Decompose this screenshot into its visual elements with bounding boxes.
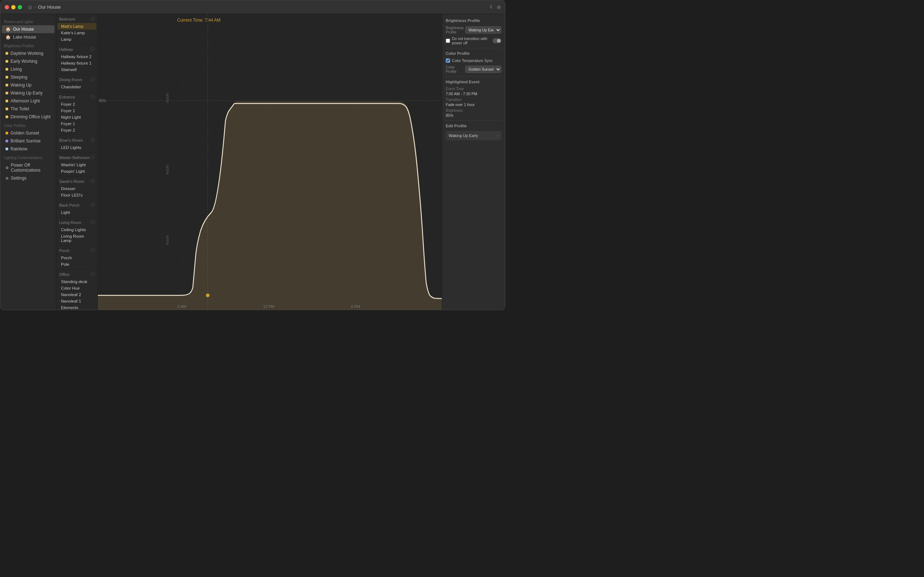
- profile-dot: [5, 84, 8, 87]
- room-info-icon[interactable]: ⓘ: [90, 220, 95, 225]
- sidebar-item-golden-sunset[interactable]: Golden Sunset: [2, 129, 55, 137]
- color-temp-sync-row: Color Temperature Sync: [446, 58, 501, 63]
- sidebar-item-power-off[interactable]: ⚙ Power Off Customizations: [2, 161, 55, 174]
- room-item-matts-lamp[interactable]: Matt's Lamp: [57, 23, 96, 29]
- minimize-button[interactable]: [11, 5, 16, 10]
- sidebar-item-daytime-working[interactable]: Daytime Working: [2, 49, 55, 57]
- room-item-foyer1a[interactable]: Foyer 1: [57, 108, 96, 114]
- edit-profile-label: Waking Up Early: [449, 134, 478, 138]
- room-item-foyer2b[interactable]: Foyer 2: [57, 127, 96, 134]
- room-item-porch-light[interactable]: Porch: [57, 255, 96, 261]
- chart-icon[interactable]: ⠿: [489, 5, 493, 10]
- room-name-sarahs: Sarah's Room: [59, 179, 84, 184]
- sidebar-item-living[interactable]: Living: [2, 65, 55, 73]
- chevron-right-icon: ›: [497, 133, 498, 138]
- room-item-floor-leds[interactable]: Floor LED's: [57, 192, 96, 198]
- sidebar-item-lake-house[interactable]: 🏠 Lake House: [2, 33, 55, 41]
- sidebar-item-dimming-office-light[interactable]: Dimming Office Light: [2, 113, 55, 121]
- room-info-icon[interactable]: ⓘ: [90, 202, 95, 208]
- sidebar-item-label: Living: [10, 67, 22, 72]
- sidebar-item-sleeping[interactable]: Sleeping: [2, 73, 55, 81]
- sidebar-item-the-toilet[interactable]: The Toilet: [2, 105, 55, 113]
- room-info-icon[interactable]: ⓘ: [90, 16, 95, 22]
- event-time-value: 7:00 AM - 7:30 PM: [446, 92, 501, 96]
- brightness-profile-select[interactable]: Waking Up Early: [465, 26, 501, 34]
- layout-icon[interactable]: ⊞: [497, 5, 501, 10]
- color-temp-sync-checkbox[interactable]: [446, 58, 450, 63]
- room-item-chandelier[interactable]: Chandelier: [57, 84, 96, 90]
- svg-text:12 PM: 12 PM: [263, 305, 274, 309]
- svg-text:NOON: NOON: [166, 165, 170, 174]
- sidebar-item-early-working[interactable]: Early Working: [2, 57, 55, 65]
- room-name-office: Office: [59, 272, 69, 277]
- room-item-dresser[interactable]: Dresser: [57, 185, 96, 192]
- room-item-poopin[interactable]: Poopin' Light: [57, 168, 96, 174]
- room-section-dining: Dining Room ⓘ Chandelier: [56, 75, 97, 92]
- svg-text:6 PM: 6 PM: [351, 305, 360, 309]
- room-section-bedroom: Bedroom ⓘ Matt's Lamp Katie's Lamp Lamp: [56, 14, 97, 44]
- room-info-icon[interactable]: ⓘ: [90, 77, 95, 82]
- profile-dot: [5, 132, 8, 134]
- color-temp-sync-label: Color Temperature Sync: [452, 58, 493, 63]
- profile-dot: [5, 60, 8, 63]
- room-item-washin[interactable]: Washin' Light: [57, 161, 96, 168]
- color-profile-row: Color Profile Golden Sunset: [446, 65, 501, 74]
- brightness-value: 85%: [446, 113, 501, 118]
- room-item-foyer2a[interactable]: Foyer 2: [57, 101, 96, 108]
- highlighted-event-section-title: Highlighted Event: [446, 80, 501, 84]
- svg-text:6 AM: 6 AM: [178, 305, 187, 309]
- sidebar-item-waking-up-early[interactable]: Waking Up Early: [2, 89, 55, 97]
- room-name-hallway: Hallway: [59, 47, 73, 52]
- event-time-label: Event Time: [446, 87, 501, 91]
- room-item-nanoleaf1[interactable]: Nanoleaf 1: [57, 298, 96, 305]
- close-button[interactable]: [5, 5, 9, 10]
- house-icon: 🏠: [5, 35, 11, 40]
- room-info-icon[interactable]: ⓘ: [90, 94, 95, 100]
- sidebar-item-brilliant-sunrise[interactable]: Brilliant Sunrise: [2, 137, 55, 145]
- room-info-icon[interactable]: ⓘ: [90, 155, 95, 160]
- room-info-icon[interactable]: ⓘ: [90, 47, 95, 52]
- room-item-led-lights[interactable]: LED Lights: [57, 144, 96, 151]
- sidebar-item-label: Waking Up Early: [10, 90, 43, 95]
- room-info-icon[interactable]: ⓘ: [90, 248, 95, 253]
- room-item-standing-desk[interactable]: Standing desk: [57, 279, 96, 285]
- sidebar-item-label: Power Off Customizations: [11, 163, 51, 173]
- sidebar-item-settings[interactable]: ⚙ Settings: [2, 174, 55, 182]
- room-item-night-light-entrance[interactable]: Night Light: [57, 114, 96, 121]
- color-profile-select[interactable]: Golden Sunset: [465, 66, 501, 73]
- sidebar-item-our-house[interactable]: 🏠 Our House: [2, 25, 55, 33]
- room-item-pole[interactable]: Pole: [57, 261, 96, 268]
- room-item-ceiling-lights[interactable]: Ceiling Lights: [57, 226, 96, 233]
- sidebar-item-waking-up[interactable]: Waking Up: [2, 81, 55, 89]
- do-not-transition-checkbox[interactable]: [446, 39, 450, 43]
- window-title: Our House: [38, 4, 61, 10]
- do-not-transition-row: Do not transition with power off: [446, 36, 501, 45]
- room-item-hallway1[interactable]: Hallway fixture 1: [57, 60, 96, 66]
- room-panel: Bedroom ⓘ Matt's Lamp Katie's Lamp Lamp …: [56, 14, 98, 310]
- room-item-elements[interactable]: Elements: [57, 305, 96, 310]
- sidebar-item-afternoon-light[interactable]: Afternoon Light: [2, 97, 55, 105]
- chart-area[interactable]: Current Time: 7:44 AM 85% NOON NOON NOON: [98, 14, 442, 310]
- room-header-bedroom: Bedroom ⓘ: [56, 14, 97, 23]
- room-item-foyer1b[interactable]: Foyer 1: [57, 121, 96, 127]
- room-item-light[interactable]: Light: [57, 209, 96, 216]
- home-icon: 🏠: [5, 27, 11, 32]
- room-item-katies-lamp[interactable]: Katie's Lamp: [57, 29, 96, 36]
- room-item-hallway2[interactable]: Hallway fixture 2: [57, 53, 96, 60]
- room-item-stairwell[interactable]: Stairwell: [57, 66, 96, 73]
- room-item-nanoleaf2[interactable]: Nanoleaf 2: [57, 292, 96, 298]
- room-info-icon[interactable]: ⓘ: [90, 179, 95, 184]
- power-off-toggle[interactable]: [493, 38, 501, 43]
- svg-point-10: [206, 293, 210, 297]
- room-item-color-hue[interactable]: Color Hue: [57, 285, 96, 292]
- room-info-icon[interactable]: ⓘ: [90, 272, 95, 277]
- brightness-profile-section-title: Brightness Profile: [446, 18, 501, 23]
- maximize-button[interactable]: [18, 5, 22, 10]
- room-item-living-room-lamp[interactable]: Living Room Lamp: [57, 233, 96, 244]
- gear-icon: ⚙: [5, 166, 9, 170]
- sidebar-item-rainbow[interactable]: Rainbow: [2, 145, 55, 153]
- room-item-lamp[interactable]: Lamp: [57, 36, 96, 43]
- edit-profile-button[interactable]: Waking Up Early ›: [446, 131, 501, 140]
- transition-value: Fade over 1 hour: [446, 102, 501, 107]
- room-info-icon[interactable]: ⓘ: [90, 137, 95, 143]
